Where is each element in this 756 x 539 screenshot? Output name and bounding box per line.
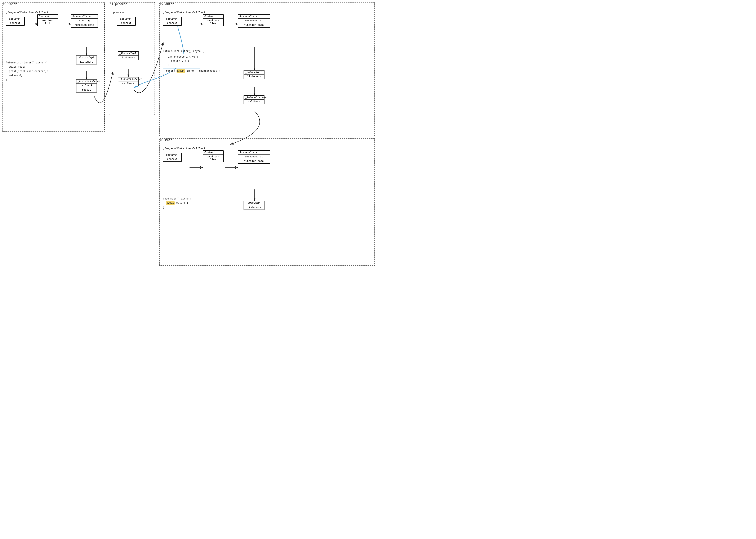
outer-context-title: Context: [203, 15, 223, 19]
main-closure-box: _Closure context: [163, 153, 182, 162]
outer-closure-title: _Closure: [163, 17, 181, 21]
main-code-block: void main() async { await outer(); }: [163, 197, 192, 209]
main-context-awaiter: awaiter-link: [203, 155, 223, 162]
main-futureimpl-listeners: listeners: [244, 205, 264, 209]
outer-process-codebox: int process(int v) { return v + 1; }: [163, 54, 200, 68]
outer-context-box: Context awaiter-link: [203, 14, 224, 26]
inner-futurelistener-callback: callback: [76, 84, 97, 88]
outer-suspendstate-functiondata: function_data: [238, 23, 270, 27]
region-process-label: #1 process: [110, 3, 127, 6]
inner-futureimpl-title: _FutureImpl: [76, 56, 97, 60]
inner-suspendstate-running: running: [71, 19, 98, 23]
outer-suspendstate-suspendedat: suspended at: [238, 19, 270, 23]
main-closure-title: _Closure: [163, 153, 181, 157]
outer-futurelistener-callback: callback: [244, 100, 264, 104]
outer-futureimpl-title: _FutureImpl: [244, 71, 264, 75]
outer-context-awaiter: awaiter-link: [203, 19, 223, 26]
process-futureimpl-listeners: listeners: [118, 56, 138, 60]
main-context-title: Context: [203, 151, 223, 155]
main-context-box: Context awaiter-link: [203, 150, 224, 162]
outer-futurelistener-title: _FutureListener: [244, 96, 264, 100]
inner-closure-title: _Closure: [6, 17, 24, 21]
main-suspendstate-box: SuspendState suspended at function_data: [238, 150, 270, 164]
process-futureimpl-title: _FutureImpl: [118, 52, 138, 56]
process-closure-context: context: [117, 21, 135, 25]
inner-futurelistener-title: _FutureListener: [76, 80, 97, 84]
main-futureimpl-box: _FutureImpl listeners: [244, 201, 265, 210]
inner-futureimpl-listeners: listeners: [76, 60, 97, 64]
process-closure-title: _Closure: [117, 17, 135, 21]
outer-futureimpl-box: _FutureImpl listeners: [244, 70, 265, 79]
process-futurelistener-box: _FutureListener callback: [118, 77, 139, 86]
outer-closure-context: context: [163, 21, 181, 25]
inner-context-title: Context: [38, 15, 58, 19]
outer-code-block: Future<int> outer() async { int process(…: [163, 49, 220, 77]
main-futureimpl-title: _FutureImpl: [244, 201, 264, 205]
inner-suspendstate-title: SuspendState: [71, 15, 98, 19]
diagram-container: #0 inner _SuspendState.thenCallback _Clo…: [0, 0, 378, 270]
inner-closure-box: _Closure context: [6, 17, 25, 26]
main-closure-context: context: [163, 157, 181, 161]
process-closure-box: _Closure context: [117, 17, 136, 26]
inner-context-box: Context awaiter-link: [37, 14, 58, 26]
inner-futureimpl-box: _FutureImpl listeners: [76, 55, 97, 64]
region-outer-label: #2 outer: [160, 3, 174, 6]
region-inner-label: #0 inner: [3, 3, 17, 6]
inner-section-title: _SuspendState.thenCallback: [6, 11, 48, 14]
inner-code-block: Future<int> inner() async { await null; …: [6, 61, 48, 82]
process-futureimpl-box: _FutureImpl listeners: [118, 51, 139, 60]
inner-futurelistener-result: result: [76, 88, 97, 92]
outer-closure-box: _Closure context: [163, 17, 182, 26]
main-suspendstate-suspendedat: suspended at: [238, 155, 270, 159]
inner-suspendstate-box: SuspendState running function_data: [71, 14, 98, 28]
main-suspendstate-title: SuspendState: [238, 151, 270, 155]
outer-futurelistener-box: _FutureListener callback: [244, 95, 265, 104]
inner-context-awaiter: awaiter-link: [38, 19, 58, 26]
inner-suspendstate-functiondata: function_data: [71, 23, 98, 27]
outer-section-title: _SuspendState.thenCallback: [163, 11, 206, 14]
region-main-label: #3 main: [160, 139, 172, 142]
outer-futureimpl-listeners: listeners: [244, 75, 264, 79]
outer-suspendstate-box: SuspendState suspended at function_data: [238, 14, 270, 28]
inner-closure-context: context: [6, 21, 24, 25]
process-futurelistener-title: _FutureListener: [118, 77, 138, 81]
process-label: process: [113, 11, 125, 14]
outer-suspendstate-title: SuspendState: [238, 15, 270, 19]
main-suspendstate-functiondata: function_data: [238, 159, 270, 163]
process-futurelistener-callback: callback: [118, 81, 138, 86]
main-section-title: _SuspendState.thenCallback: [163, 147, 206, 150]
inner-futurelistener-box: _FutureListener callback result: [76, 79, 97, 93]
